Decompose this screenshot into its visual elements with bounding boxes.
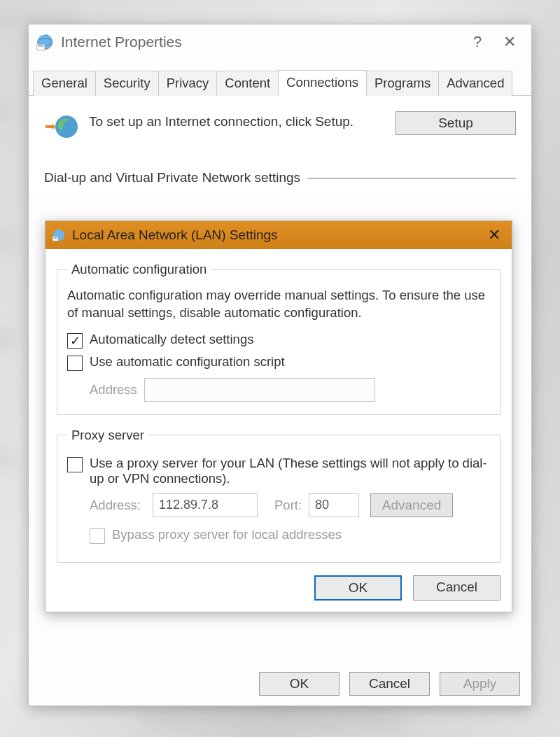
svg-rect-7 — [53, 237, 57, 238]
proxy-server-group: Proxy server Use a proxy server for your… — [57, 428, 500, 563]
lan-title-text: Local Area Network (LAN) Settings — [72, 227, 278, 243]
proxy-legend: Proxy server — [67, 428, 148, 443]
lan-close-button[interactable]: ✕ — [484, 226, 505, 244]
tab-advanced[interactable]: Advanced — [438, 71, 512, 96]
proxy-port-label: Port: — [274, 498, 302, 513]
auto-config-description: Automatic configuration may override man… — [67, 287, 490, 322]
auto-script-address-label: Address — [90, 382, 137, 398]
globe-icon — [51, 227, 66, 243]
svg-rect-6 — [52, 237, 58, 241]
use-proxy-checkbox[interactable] — [67, 457, 83, 472]
proxy-address-label: Address: — [90, 498, 146, 513]
svg-rect-2 — [37, 44, 45, 50]
ip-ok-button[interactable]: OK — [259, 672, 340, 696]
bypass-proxy-label: Bypass proxy server for local addresses — [112, 527, 342, 542]
svg-rect-3 — [38, 45, 43, 47]
proxy-advanced-button[interactable]: Advanced — [370, 493, 453, 517]
tab-programs[interactable]: Programs — [366, 71, 439, 96]
automatic-configuration-group: Automatic configuration Automatic config… — [57, 262, 500, 415]
help-button[interactable]: ? — [461, 33, 493, 51]
ip-body: To set up an Internet connection, click … — [29, 96, 531, 194]
auto-script-label: Use automatic configuration script — [90, 354, 285, 370]
tab-strip: General Security Privacy Content Connect… — [29, 69, 531, 96]
ip-apply-button[interactable]: Apply — [440, 672, 520, 696]
tab-general[interactable]: General — [33, 71, 96, 96]
bypass-proxy-checkbox[interactable] — [90, 528, 105, 544]
auto-config-legend: Automatic configuration — [67, 262, 211, 277]
lan-ok-button[interactable]: OK — [314, 575, 402, 601]
tab-privacy[interactable]: Privacy — [158, 71, 218, 96]
auto-detect-checkbox[interactable]: ✓ — [67, 333, 83, 349]
ip-footer-buttons: OK Cancel Apply — [259, 672, 520, 696]
ip-cancel-button[interactable]: Cancel — [349, 672, 430, 696]
tab-security[interactable]: Security — [95, 71, 159, 96]
connection-wizard-icon — [44, 111, 79, 142]
use-proxy-label: Use a proxy server for your LAN (These s… — [90, 456, 490, 486]
proxy-port-input[interactable] — [309, 493, 359, 517]
auto-script-checkbox[interactable] — [67, 356, 83, 371]
tab-connections[interactable]: Connections — [278, 70, 367, 96]
setup-button[interactable]: Setup — [396, 111, 516, 135]
lan-cancel-button[interactable]: Cancel — [413, 575, 500, 601]
ip-title-text: Internet Properties — [61, 34, 182, 50]
setup-description: To set up an Internet connection, click … — [89, 111, 386, 131]
ip-titlebar: Internet Properties ? ✕ — [29, 24, 531, 59]
auto-detect-label: Automatically detect settings — [90, 332, 253, 347]
lan-titlebar: Local Area Network (LAN) Settings ✕ — [46, 221, 512, 249]
close-button[interactable]: ✕ — [493, 33, 526, 51]
proxy-address-input[interactable] — [153, 493, 258, 517]
globe-icon — [36, 33, 54, 51]
lan-settings-dialog: Local Area Network (LAN) Settings ✕ Auto… — [45, 220, 512, 612]
auto-script-address-input[interactable] — [144, 378, 375, 402]
dialup-section-header: Dial-up and Virtual Private Network sett… — [44, 170, 516, 185]
dialup-section-label: Dial-up and Virtual Private Network sett… — [44, 170, 300, 185]
tab-content[interactable]: Content — [216, 71, 279, 96]
